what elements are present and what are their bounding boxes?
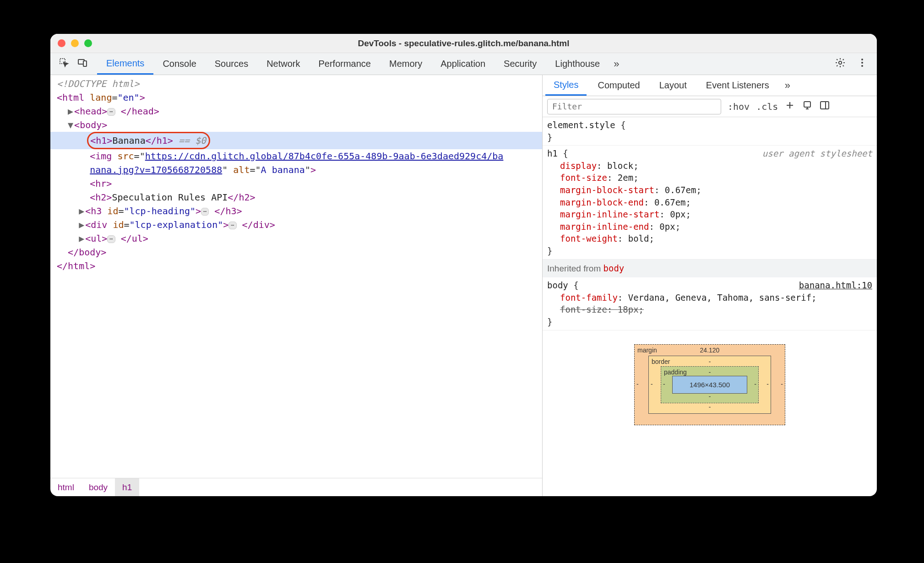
dom-node-img-cont[interactable]: nana.jpg?v=1705668720588" alt="A banana"… [50,163,542,177]
dom-node-h2[interactable]: <h2>Speculation Rules API</h2> [50,190,542,204]
tab-memory[interactable]: Memory [380,53,431,75]
dom-node-html[interactable]: <html lang="en"> [50,91,542,104]
styles-tabs-overflow-icon[interactable]: » [780,75,795,96]
svg-point-4 [861,59,863,60]
tab-lighthouse[interactable]: Lighthouse [546,53,609,75]
styles-tab-bar: Styles Computed Layout Event Listeners » [543,75,877,96]
dom-node-doctype[interactable]: <!DOCTYPE html> [50,77,542,91]
styles-tab-computed[interactable]: Computed [589,75,648,96]
new-style-rule-icon[interactable] [784,100,795,113]
svg-point-6 [861,65,863,67]
inspect-element-icon[interactable] [59,57,70,70]
elements-panel: <!DOCTYPE html> <html lang="en"> ▶<head>… [50,75,543,496]
dom-node-div[interactable]: ▶<div id="lcp-explanation">⋯ </div> [50,218,542,232]
window-title: DevTools - speculative-rules.glitch.me/b… [50,38,877,49]
tab-network[interactable]: Network [257,53,309,75]
rule-element-style[interactable]: element.style { } [543,117,877,146]
bm-margin-label: margin [637,346,657,355]
tab-security[interactable]: Security [495,53,546,75]
device-toolbar-icon[interactable] [77,57,88,70]
dom-node-img[interactable]: <img src="https://cdn.glitch.global/87b4… [50,149,542,163]
tab-console[interactable]: Console [153,53,205,75]
styles-tab-styles[interactable]: Styles [545,75,587,96]
breadcrumb-body[interactable]: body [82,478,115,496]
svg-rect-8 [821,102,829,109]
tab-application[interactable]: Application [431,53,495,75]
svg-rect-2 [83,61,87,66]
cls-toggle[interactable]: .cls [756,101,778,112]
styles-tab-event-listeners[interactable]: Event Listeners [698,75,777,96]
styles-tab-layout[interactable]: Layout [651,75,695,96]
dom-node-h1-selected[interactable]: ⋯ <h1>Banana</h1> == $0 [50,132,542,149]
dom-node-body-open[interactable]: ▼<body> [50,118,542,132]
dom-node-h3[interactable]: ▶<h3 id="lcp-heading">⋯ </h3> [50,204,542,218]
box-model-diagram[interactable]: margin 24.120 - - border - - - - padding [630,344,790,425]
titlebar: DevTools - speculative-rules.glitch.me/b… [50,34,877,53]
computed-sidebar-icon[interactable] [819,100,830,113]
breadcrumb-h1[interactable]: h1 [115,478,139,496]
tabs-overflow-icon[interactable]: » [609,53,624,75]
inherited-from-bar: Inherited from body [543,260,877,278]
rule-body[interactable]: body { banana.html:10 font-family: Verda… [543,277,877,330]
hov-toggle[interactable]: :hov [728,101,750,112]
bm-content-size: 1496×43.500 [672,376,747,394]
toggle-rendering-icon[interactable] [802,100,813,113]
styles-rules: element.style { } h1 { user agent styles… [543,117,877,496]
source-link[interactable]: banana.html:10 [799,279,872,292]
kebab-menu-icon[interactable] [857,57,868,71]
tab-performance[interactable]: Performance [310,53,380,75]
dom-node-body-close[interactable]: </body> [50,245,542,259]
bm-border-label: border [652,357,670,367]
settings-icon[interactable] [835,57,846,71]
devtools-window: DevTools - speculative-rules.glitch.me/b… [50,34,877,496]
main-tabs: Elements Console Sources Network Perform… [97,53,624,75]
dom-node-head[interactable]: ▶<head>⋯ </head> [50,104,542,118]
dom-node-hr[interactable]: <hr> [50,177,542,190]
main-tab-bar: Elements Console Sources Network Perform… [50,53,877,75]
svg-point-3 [839,61,842,64]
breadcrumb-bar: html body h1 [50,478,542,496]
styles-toolbar: :hov .cls [543,96,877,117]
dom-tree[interactable]: <!DOCTYPE html> <html lang="en"> ▶<head>… [50,75,542,478]
styles-panel: Styles Computed Layout Event Listeners »… [543,75,877,496]
bm-padding-label: padding [664,368,687,377]
content-area: <!DOCTYPE html> <html lang="en"> ▶<head>… [50,75,877,496]
tab-sources[interactable]: Sources [206,53,257,75]
svg-point-5 [861,62,863,64]
styles-filter-input[interactable] [547,99,721,114]
tab-elements[interactable]: Elements [97,53,153,75]
breadcrumb-html[interactable]: html [50,478,82,496]
dom-node-html-close[interactable]: </html> [50,259,542,273]
dom-node-ul[interactable]: ▶<ul>⋯ </ul> [50,232,542,245]
svg-rect-7 [804,102,810,107]
rule-h1-ua[interactable]: h1 { user agent stylesheet display: bloc… [543,146,877,259]
